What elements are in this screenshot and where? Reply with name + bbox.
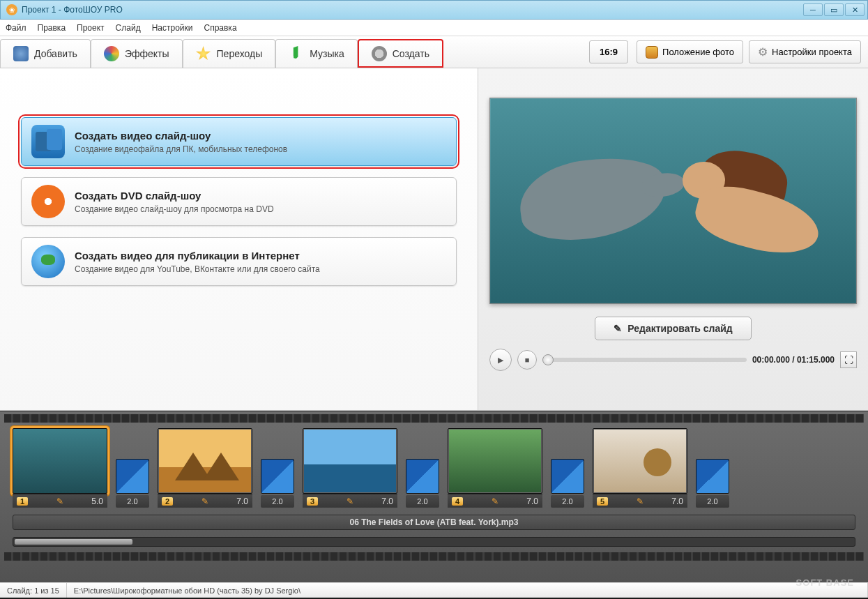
globe-icon xyxy=(31,245,65,278)
slide-4-thumb[interactable] xyxy=(448,428,542,494)
palette-icon xyxy=(104,46,119,61)
create-internet-title: Создать видео для публикации в Интернет xyxy=(75,250,320,261)
create-internet-option[interactable]: Создать видео для публикации в Интернет … xyxy=(21,237,457,286)
slide-1-dur: 5.0 xyxy=(91,496,103,506)
statusbar: Слайд: 1 из 15 E:\Pictures\Широкоформатн… xyxy=(0,582,868,598)
filmstrip-decor xyxy=(4,414,864,423)
tab-transitions[interactable]: Переходы xyxy=(183,39,276,68)
slide-2-num: 2 xyxy=(162,497,173,506)
transition-2-dur: 2.0 xyxy=(261,495,294,508)
tab-effects[interactable]: Эффекты xyxy=(91,39,183,68)
status-path: E:\Pictures\Широкоформатные обои HD (час… xyxy=(67,583,868,598)
slide-2-thumb[interactable] xyxy=(158,428,252,494)
filmstrip-decor-bottom xyxy=(4,552,864,561)
photo-position-label: Положение фото xyxy=(662,47,734,57)
tab-transitions-label: Переходы xyxy=(217,48,263,59)
playback-time: 00:00.000 / 01:15.000 xyxy=(752,355,835,365)
preview-panel: ✎Редактировать слайд ▶ ■ 00:00.000 / 01:… xyxy=(478,68,868,410)
create-video-option[interactable]: Создать видео слайд-шоу Создание видеофа… xyxy=(21,117,457,166)
tab-add-label: Добавить xyxy=(34,48,77,59)
slide-3[interactable]: 3✎7.0 xyxy=(303,428,397,508)
slide-4-num: 4 xyxy=(452,497,463,506)
camera-icon xyxy=(13,46,29,61)
slide-1[interactable]: 1✎5.0 xyxy=(13,428,107,508)
slide-2[interactable]: 2✎7.0 xyxy=(158,428,252,508)
photo-position-button[interactable]: Положение фото xyxy=(637,40,743,63)
status-slide: Слайд: 1 из 15 xyxy=(0,583,67,598)
slide-3-thumb[interactable] xyxy=(303,428,397,494)
edit-icon[interactable]: ✎ xyxy=(56,496,63,506)
project-settings-button[interactable]: ⚙Настройки проекта xyxy=(749,40,861,63)
transition-3-dur: 2.0 xyxy=(406,495,439,508)
slide-2-dur: 7.0 xyxy=(236,496,248,506)
menu-slide[interactable]: Слайд xyxy=(116,23,141,33)
edit-icon[interactable]: ✎ xyxy=(492,496,498,506)
titlebar: ❀ Проект 1 - ФотоШОУ PRO ─ ▭ ✕ xyxy=(0,0,868,20)
preview-content-2 xyxy=(695,152,820,255)
transition-1-dur: 2.0 xyxy=(116,495,149,508)
create-dvd-option[interactable]: Создать DVD слайд-шоу Создание видео сла… xyxy=(21,177,457,226)
menu-project[interactable]: Проект xyxy=(77,23,105,33)
create-internet-sub: Создание видео для YouTube, ВКонтакте ил… xyxy=(75,264,320,274)
pencil-icon: ✎ xyxy=(614,323,622,334)
create-dvd-title: Создать DVD слайд-шоу xyxy=(75,190,274,202)
transition-4[interactable]: 2.0 xyxy=(551,459,584,508)
aspect-ratio-button[interactable]: 16:9 xyxy=(589,40,628,63)
tab-create[interactable]: Создать xyxy=(358,39,443,68)
preview-frame[interactable] xyxy=(489,98,857,304)
menubar: Файл Правка Проект Слайд Настройки Справ… xyxy=(0,20,868,36)
menu-settings[interactable]: Настройки xyxy=(152,23,193,33)
slide-5-dur: 7.0 xyxy=(671,496,683,506)
stop-button[interactable]: ■ xyxy=(517,350,537,370)
gear-icon: ⚙ xyxy=(758,45,768,59)
transition-3[interactable]: 2.0 xyxy=(406,459,439,508)
create-dvd-sub: Создание видео слайд-шоу для просмотра н… xyxy=(75,204,274,214)
transition-4-dur: 2.0 xyxy=(551,495,584,508)
window-title: Проект 1 - ФотоШОУ PRO xyxy=(22,5,803,15)
edit-icon[interactable]: ✎ xyxy=(637,496,644,506)
player-controls: ▶ ■ 00:00.000 / 01:15.000 ⛶ xyxy=(489,349,857,371)
video-icon xyxy=(31,125,65,158)
play-button[interactable]: ▶ xyxy=(489,349,512,371)
tab-music[interactable]: Музыка xyxy=(275,39,358,68)
music-icon xyxy=(289,46,304,61)
workarea: Создать видео слайд-шоу Создание видеофа… xyxy=(0,68,868,411)
close-button[interactable]: ✕ xyxy=(845,3,865,16)
create-video-title: Создать видео слайд-шоу xyxy=(75,130,287,142)
transition-5-dur: 2.0 xyxy=(696,495,729,508)
scrollbar-thumb[interactable] xyxy=(15,539,132,545)
edit-icon[interactable]: ✎ xyxy=(347,496,353,506)
photo-icon xyxy=(646,46,658,59)
project-settings-label: Настройки проекта xyxy=(772,47,852,57)
create-panel: Создать видео слайд-шоу Создание видеофа… xyxy=(0,68,478,410)
timeline-scrollbar[interactable] xyxy=(13,537,855,547)
slide-1-thumb[interactable] xyxy=(13,428,107,494)
menu-help[interactable]: Справка xyxy=(204,23,236,33)
edit-icon[interactable]: ✎ xyxy=(201,496,208,506)
slide-5-thumb[interactable] xyxy=(593,428,687,494)
star-icon xyxy=(196,46,211,61)
slide-4[interactable]: 4✎7.0 xyxy=(448,428,542,508)
minimize-button[interactable]: ─ xyxy=(803,3,823,16)
tab-create-label: Создать xyxy=(393,48,429,59)
reel-icon xyxy=(372,46,387,61)
menu-edit[interactable]: Правка xyxy=(38,23,66,33)
tab-effects-label: Эффекты xyxy=(125,48,169,59)
app-icon: ❀ xyxy=(6,4,17,15)
transition-5[interactable]: 2.0 xyxy=(696,459,729,508)
tab-add[interactable]: Добавить xyxy=(0,39,91,68)
transition-1[interactable]: 2.0 xyxy=(116,459,149,508)
slide-4-dur: 7.0 xyxy=(526,496,538,506)
create-video-sub: Создание видеофайла для ПК, мобильных те… xyxy=(75,144,287,154)
transition-2[interactable]: 2.0 xyxy=(261,459,294,508)
audio-track[interactable]: 06 The Fields of Love (ATB feat. York).m… xyxy=(13,515,855,530)
maximize-button[interactable]: ▭ xyxy=(824,3,844,16)
toolbar: Добавить Эффекты Переходы Музыка Создать… xyxy=(0,36,868,68)
slide-5[interactable]: 5✎7.0 xyxy=(593,428,687,508)
edit-slide-button[interactable]: ✎Редактировать слайд xyxy=(595,317,752,340)
menu-file[interactable]: Файл xyxy=(6,23,26,33)
playback-slider[interactable] xyxy=(542,358,747,362)
fullscreen-button[interactable]: ⛶ xyxy=(840,351,857,368)
slide-3-dur: 7.0 xyxy=(381,496,393,506)
playback-knob[interactable] xyxy=(542,354,554,365)
